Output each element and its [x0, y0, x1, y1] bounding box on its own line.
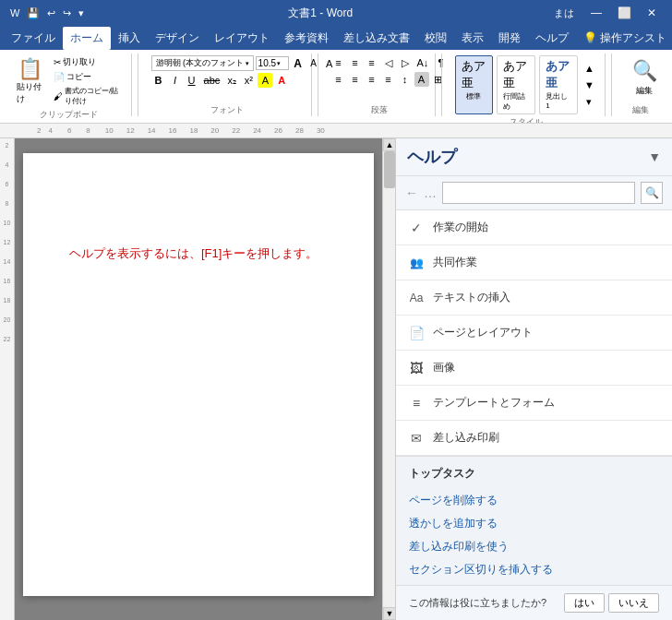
help-back-btn[interactable]: ←: [405, 185, 418, 200]
align-center-btn[interactable]: ≡: [348, 72, 363, 87]
styles-down-btn[interactable]: ▼: [582, 78, 597, 92]
paragraph-label: 段落: [331, 102, 427, 116]
sort-btn[interactable]: A↓: [414, 55, 432, 70]
separator3: [441, 54, 442, 116]
close-btn[interactable]: ✕: [639, 4, 665, 22]
scroll-thumb[interactable]: [384, 151, 395, 188]
style-normal[interactable]: あア亜 標準: [455, 55, 494, 114]
paste-button[interactable]: 📋 貼り付け: [13, 55, 47, 107]
help-hint-text: ヘルプを表示するには、[F1]キーを押します。: [69, 245, 328, 262]
help-item-text-insert[interactable]: Aa テキストの挿入: [396, 280, 672, 316]
subscript-btn[interactable]: x₂: [224, 73, 239, 88]
undo-btn[interactable]: ↩: [44, 6, 58, 21]
help-item-templates[interactable]: ≡ テンプレートとフォーム: [396, 386, 672, 421]
styles-label: スタイル: [455, 114, 597, 124]
numbering-btn[interactable]: ≡: [348, 55, 363, 70]
menu-tell-me[interactable]: 💡 操作アシスト: [576, 27, 672, 50]
italic-btn[interactable]: I: [168, 73, 183, 88]
maximize-btn[interactable]: ⬜: [611, 4, 637, 22]
font-size-selector[interactable]: 10.5 ▾: [256, 56, 289, 70]
font-color-btn[interactable]: A: [274, 73, 289, 88]
window-title: 文書1 - Word: [87, 6, 554, 21]
style-compact[interactable]: あア亜 行間詰め: [497, 55, 535, 114]
menu-bar: ファイル ホーム 挿入 デザイン レイアウト 参考資料 差し込み文書 校閲 表示…: [0, 26, 672, 50]
align-left-btn[interactable]: ≡: [331, 72, 346, 87]
help-item-page-layout[interactable]: 📄 ページとレイアウト: [396, 316, 672, 351]
scroll-track[interactable]: [383, 151, 395, 607]
styles-more-btn[interactable]: ▾: [582, 94, 597, 109]
superscript-btn[interactable]: x²: [241, 73, 256, 88]
format-painter-icon: 🖌: [54, 91, 63, 101]
horizontal-ruler: 2 4 6 8 10 12 14 16 18 20 22 24 26 28 30: [0, 124, 672, 138]
underline-btn[interactable]: U: [185, 73, 199, 88]
task-link-2[interactable]: 差し込み印刷を使う: [409, 535, 659, 558]
help-search-input[interactable]: [442, 182, 635, 204]
help-item-getting-started[interactable]: ✓ 作業の開始: [396, 210, 672, 245]
shading-btn[interactable]: A: [414, 72, 429, 87]
ribbon-clipboard: 📋 貼り付け ✂ 切り取り 📄 コピー 🖌 書式のコピー/貼り付け: [7, 54, 132, 116]
menu-home[interactable]: ホーム: [63, 27, 111, 50]
menu-mailings[interactable]: 差し込み文書: [336, 27, 417, 50]
vertical-scrollbar[interactable]: ▲ ▼: [382, 138, 395, 620]
feedback-yes-btn[interactable]: はい: [564, 593, 605, 613]
font-style-row: B I U abc x₂ x² A A: [151, 73, 290, 88]
help-search-button[interactable]: 🔍: [641, 182, 663, 204]
find-edit-button[interactable]: 🔍 編集: [625, 55, 665, 101]
increase-font-btn[interactable]: A: [291, 56, 306, 71]
document-area[interactable]: ヘルプを表示するには、[F1]キーを押します。: [15, 138, 382, 620]
menu-file[interactable]: ファイル: [4, 27, 63, 50]
text-highlight-btn[interactable]: A: [258, 73, 272, 88]
increase-indent-btn[interactable]: ▷: [398, 55, 413, 70]
menu-help[interactable]: ヘルプ: [528, 27, 576, 50]
scroll-down-btn[interactable]: ▼: [383, 607, 396, 620]
cut-button[interactable]: ✂ 切り取り: [51, 55, 126, 69]
document-page[interactable]: ヘルプを表示するには、[F1]キーを押します。: [23, 153, 374, 596]
menu-developer[interactable]: 開発: [491, 27, 528, 50]
people-icon: 👥: [409, 256, 424, 269]
menu-design[interactable]: デザイン: [148, 27, 207, 50]
help-title: ヘルプ: [407, 146, 457, 168]
justify-btn[interactable]: ≡: [381, 72, 396, 87]
help-close-btn[interactable]: ▼: [648, 149, 661, 164]
help-content: ✓ 作業の開始 👥 共同作業 Aa テキストの挿入 📄 ページとレイアウト 🖼: [396, 210, 672, 585]
decrease-indent-btn[interactable]: ◁: [381, 55, 396, 70]
ribbon-paragraph: ≡ ≡ ≡ ◁ ▷ A↓ ¶ ≡ ≡ ≡ ≡ ↕ A ⊞ 段: [324, 54, 436, 116]
task-link-3[interactable]: セクション区切りを挿入する: [409, 558, 659, 581]
minimize-btn[interactable]: —: [583, 4, 609, 22]
template-icon: ≡: [409, 396, 424, 411]
redo-btn[interactable]: ↪: [60, 6, 74, 21]
help-item-images[interactable]: 🖼 画像: [396, 351, 672, 386]
menu-references[interactable]: 参考資料: [277, 27, 336, 50]
menu-view[interactable]: 表示: [454, 27, 491, 50]
line-spacing-btn[interactable]: ↕: [398, 72, 413, 87]
task-link-0[interactable]: ページを削除する: [409, 489, 659, 512]
font-family-selector[interactable]: 游明朝 (本文のフォント - E ▾: [151, 55, 254, 71]
help-more-btn[interactable]: …: [424, 185, 437, 200]
text-icon: Aa: [409, 292, 424, 304]
feedback-no-btn[interactable]: いいえ: [608, 593, 659, 613]
menu-insert[interactable]: 挿入: [111, 27, 148, 50]
help-header: ヘルプ ▼: [396, 138, 672, 176]
bold-btn[interactable]: B: [151, 73, 166, 88]
copy-button[interactable]: 📄 コピー: [51, 70, 126, 84]
ribbon-font: 游明朝 (本文のフォント - E ▾ 10.5 ▾ A A A B I: [144, 54, 312, 116]
help-item-collaboration[interactable]: 👥 共同作業: [396, 245, 672, 280]
decrease-font-btn[interactable]: A: [306, 56, 321, 71]
styles-up-btn[interactable]: ▲: [582, 61, 597, 76]
help-top-tasks: トップタスク ページを削除する 透かしを追加する 差し込み印刷を使う セクション…: [396, 456, 672, 585]
help-item-mail-merge[interactable]: ✉ 差し込み印刷: [396, 421, 672, 456]
style-heading1[interactable]: あア亜 見出し1: [539, 55, 578, 114]
save-btn[interactable]: 💾: [24, 6, 42, 21]
separator2: [318, 54, 318, 116]
task-link-1[interactable]: 透かしを追加する: [409, 512, 659, 535]
strikethrough-btn[interactable]: abc: [201, 73, 223, 88]
format-painter-button[interactable]: 🖌 書式のコピー/貼り付け: [51, 85, 126, 107]
bullets-btn[interactable]: ≡: [331, 55, 346, 70]
customize-btn[interactable]: ▾: [76, 6, 87, 21]
menu-review[interactable]: 校閲: [417, 27, 454, 50]
scroll-up-btn[interactable]: ▲: [383, 138, 396, 151]
menu-layout[interactable]: レイアウト: [207, 27, 277, 50]
multilevel-btn[interactable]: ≡: [365, 55, 379, 70]
align-right-btn[interactable]: ≡: [365, 72, 379, 87]
borders-btn[interactable]: ⊞: [431, 72, 446, 87]
